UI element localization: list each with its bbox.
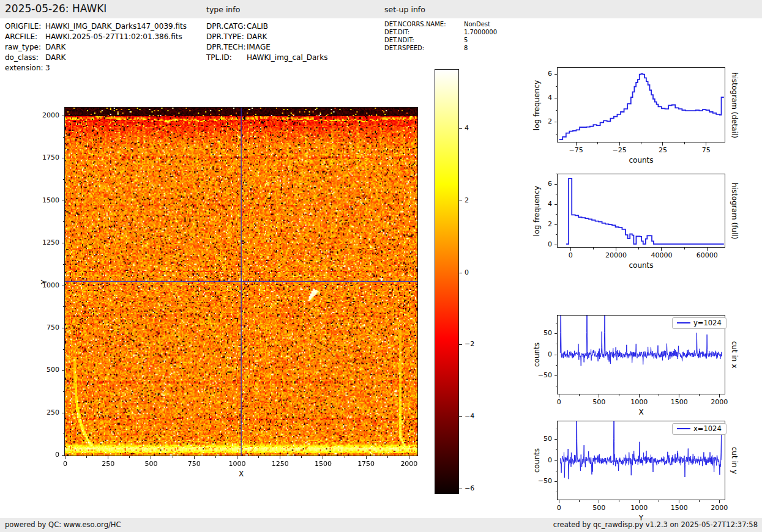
y-tick-mark [62, 328, 65, 328]
x-tick-label: 1000 [222, 460, 252, 468]
x-minor-tick [387, 456, 388, 458]
x-axis-label: counts [629, 261, 653, 270]
y-tick-mark [62, 201, 65, 201]
setup-label: DET.RSPEED: [384, 45, 464, 51]
info-row: do_class:DARK [5, 53, 65, 62]
x-minor-tick [659, 394, 659, 396]
setup-row: DET.NCORRS.NAME:NonDest [384, 21, 490, 28]
info-row: DPR.TYPE:DARK [206, 32, 267, 41]
y-tick-label: 2000 [35, 111, 59, 119]
y-minor-tick [63, 221, 65, 222]
x-tick-mark [661, 248, 662, 251]
x-minor-tick [597, 142, 598, 144]
x-tick-mark [639, 394, 640, 397]
info-value: DARK [45, 53, 65, 62]
info-row: TPL.ID:HAWKI_img_cal_Darks [206, 53, 328, 62]
x-minor-tick [684, 142, 685, 144]
colorbar-tick-label: 2 [465, 196, 469, 204]
info-label: raw_type: [5, 43, 45, 51]
info-row: raw_type:DARK [5, 43, 65, 51]
x-tick-mark [706, 142, 706, 146]
colorbar-tick-mark [459, 489, 462, 489]
x-minor-tick [699, 394, 700, 396]
info-row: ARCFILE:HAWKI.2025-05-27T11:02:01.386.fi… [5, 32, 182, 41]
x-tick-label: 1000 [624, 504, 654, 512]
y-tick-label: 50 [528, 329, 552, 337]
x-tick-mark [719, 500, 720, 503]
x-tick-mark [409, 456, 409, 459]
y-axis-label: counts [532, 448, 541, 473]
x-tick-mark [679, 394, 679, 397]
x-tick-label: 0 [50, 460, 80, 468]
y-tick-mark [62, 413, 65, 413]
info-value: DARK [247, 32, 267, 41]
y-axis-label: counts [532, 342, 541, 367]
y-tick-label: 1500 [35, 196, 59, 204]
colorbar-tick-label: 0 [465, 268, 469, 276]
y-tick-label: 250 [35, 408, 59, 416]
x-tick-mark [65, 456, 65, 459]
x-tick-label: 1250 [265, 460, 296, 468]
colorbar-tick-label: −2 [465, 340, 474, 348]
info-row: DPR.CATG:CALIB [206, 22, 268, 31]
info-label: DPR.CATG: [206, 22, 247, 31]
x-minor-tick [619, 500, 619, 502]
y-tick-label: 500 [35, 366, 59, 374]
colorbar-tick-mark [459, 416, 462, 417]
info-row: extension:3 [5, 64, 50, 72]
y-tick-label: 50 [528, 435, 552, 443]
header-strip [0, 0, 762, 18]
info-value: IMAGE [247, 43, 271, 51]
x-tick-label: 750 [179, 460, 209, 468]
setup-value: NonDest [464, 21, 490, 28]
legend-label: x=1024 [693, 424, 722, 433]
setup-value: 5 [464, 37, 468, 43]
right-axis-label: histogram (detail) [730, 72, 739, 138]
setup-label: DET.DIT: [384, 29, 464, 35]
x-axis-label: X [638, 408, 643, 416]
setup-row: DET.DIT:1.7000000 [384, 29, 497, 35]
right-axis-label: cut in y [730, 447, 739, 475]
info-value: 3 [45, 64, 50, 72]
x-minor-tick [301, 456, 302, 458]
x-tick-label: 0 [543, 398, 574, 406]
y-tick-label: 1750 [35, 153, 59, 161]
info-value: HAWKI_IMG_DARK_Darks147_0039.fits [45, 22, 187, 31]
x-minor-tick [641, 142, 641, 144]
right-axis-label: histogram (full) [730, 182, 739, 239]
legend-line-sample [677, 428, 690, 429]
y-tick-label: 750 [35, 323, 59, 331]
colorbar-tick-mark [459, 344, 462, 345]
y-tick-label: 1250 [35, 238, 59, 246]
x-axis-label: counts [629, 156, 653, 164]
x-tick-mark [151, 456, 151, 459]
series-path [566, 179, 724, 244]
x-tick-label: 60000 [692, 251, 722, 259]
y-axis-label: Y [40, 279, 48, 284]
info-value: HAWKI.2025-05-27T11:02:01.386.fits [45, 32, 182, 41]
x-tick-label: −25 [604, 146, 635, 154]
cut-x-legend: y=1024 [672, 317, 727, 329]
y-tick-label: 0 [35, 451, 59, 459]
hist-full-plot-line [558, 174, 725, 247]
x-minor-tick [215, 456, 216, 458]
legend-line-sample [677, 322, 690, 323]
x-minor-tick [619, 394, 619, 396]
x-axis-label: Y [639, 514, 643, 522]
cut-y-legend: x=1024 [672, 423, 727, 435]
setup-value: 8 [464, 45, 468, 51]
x-tick-label: 40000 [646, 251, 677, 259]
x-minor-tick [659, 500, 659, 502]
colorbar-tick-label: −6 [465, 484, 474, 492]
hist-detail-axes [557, 67, 725, 142]
y-tick-label: −50 [528, 371, 552, 379]
colorbar-tick-mark [459, 201, 462, 201]
x-tick-mark [616, 248, 616, 251]
x-tick-label: 25 [648, 146, 678, 154]
x-minor-tick [593, 248, 594, 249]
x-tick-label: 75 [691, 146, 722, 154]
footer-right-text: created by qc_rawdisp.py v1.2.3 on 2025-… [553, 520, 758, 529]
y-tick-label: 0 [528, 240, 552, 248]
colorbar [435, 69, 459, 494]
x-tick-mark [570, 248, 571, 251]
